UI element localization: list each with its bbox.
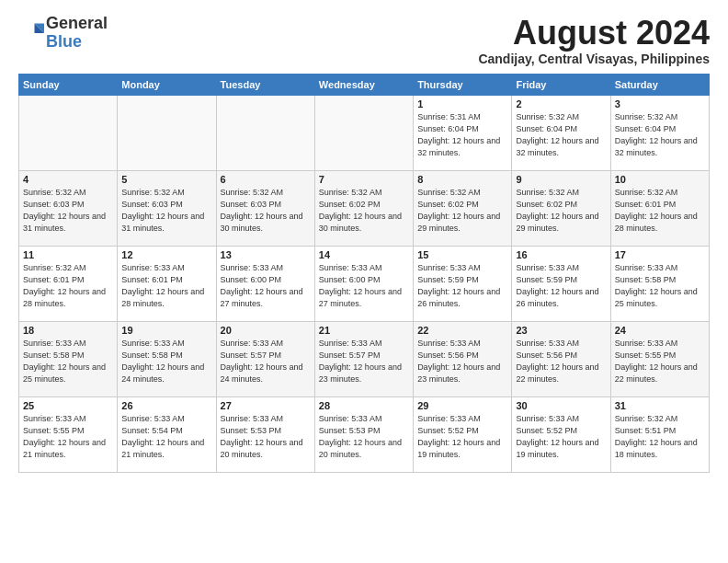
day-info: Sunrise: 5:32 AM Sunset: 6:04 PM Dayligh… bbox=[615, 111, 705, 159]
logo-general-text: General bbox=[46, 14, 108, 32]
cell-week3-day0: 11Sunrise: 5:32 AM Sunset: 6:01 PM Dayli… bbox=[19, 246, 118, 321]
day-number: 13 bbox=[221, 249, 311, 260]
day-number: 4 bbox=[23, 174, 113, 185]
day-info: Sunrise: 5:33 AM Sunset: 5:54 PM Dayligh… bbox=[121, 413, 211, 461]
cell-week2-day5: 9Sunrise: 5:32 AM Sunset: 6:02 PM Daylig… bbox=[512, 170, 610, 246]
day-info: Sunrise: 5:32 AM Sunset: 5:51 PM Dayligh… bbox=[615, 413, 705, 461]
day-number: 8 bbox=[417, 174, 507, 185]
page: General Blue August 2024 Candijay, Centr… bbox=[0, 0, 728, 563]
day-number: 9 bbox=[516, 174, 606, 185]
cell-week5-day1: 26Sunrise: 5:33 AM Sunset: 5:54 PM Dayli… bbox=[118, 396, 216, 472]
cell-week4-day5: 23Sunrise: 5:33 AM Sunset: 5:56 PM Dayli… bbox=[512, 321, 610, 396]
header-friday: Friday bbox=[512, 74, 610, 95]
cell-week2-day6: 10Sunrise: 5:32 AM Sunset: 6:01 PM Dayli… bbox=[610, 170, 709, 246]
day-number: 24 bbox=[615, 325, 705, 336]
day-info: Sunrise: 5:33 AM Sunset: 5:59 PM Dayligh… bbox=[417, 262, 507, 310]
cell-week5-day3: 28Sunrise: 5:33 AM Sunset: 5:53 PM Dayli… bbox=[314, 396, 413, 472]
day-number: 14 bbox=[319, 249, 409, 260]
header: General Blue August 2024 Candijay, Centr… bbox=[18, 15, 710, 66]
day-number: 12 bbox=[121, 249, 211, 260]
week-row-2: 4Sunrise: 5:32 AM Sunset: 6:03 PM Daylig… bbox=[19, 170, 710, 246]
logo-blue-text: Blue bbox=[46, 32, 82, 51]
day-number: 23 bbox=[516, 325, 606, 336]
cell-week2-day3: 7Sunrise: 5:32 AM Sunset: 6:02 PM Daylig… bbox=[314, 170, 413, 246]
month-title: August 2024 bbox=[478, 15, 710, 52]
title-block: August 2024 Candijay, Central Visayas, P… bbox=[478, 15, 710, 66]
cell-week1-day4: 1Sunrise: 5:31 AM Sunset: 6:04 PM Daylig… bbox=[414, 95, 512, 170]
calendar: Sunday Monday Tuesday Wednesday Thursday… bbox=[18, 74, 710, 473]
day-info: Sunrise: 5:33 AM Sunset: 5:52 PM Dayligh… bbox=[516, 413, 606, 461]
day-info: Sunrise: 5:33 AM Sunset: 5:56 PM Dayligh… bbox=[516, 338, 606, 385]
day-info: Sunrise: 5:33 AM Sunset: 6:01 PM Dayligh… bbox=[121, 262, 211, 310]
day-number: 6 bbox=[221, 174, 311, 185]
day-info: Sunrise: 5:32 AM Sunset: 6:02 PM Dayligh… bbox=[417, 187, 507, 235]
day-info: Sunrise: 5:33 AM Sunset: 5:58 PM Dayligh… bbox=[615, 262, 705, 310]
weekday-header-row: Sunday Monday Tuesday Wednesday Thursday… bbox=[19, 74, 710, 95]
day-info: Sunrise: 5:33 AM Sunset: 5:59 PM Dayligh… bbox=[516, 262, 606, 310]
day-number: 16 bbox=[516, 249, 606, 260]
header-tuesday: Tuesday bbox=[216, 74, 314, 95]
day-number: 26 bbox=[121, 400, 211, 411]
day-number: 27 bbox=[221, 400, 311, 411]
day-info: Sunrise: 5:32 AM Sunset: 6:02 PM Dayligh… bbox=[319, 187, 409, 235]
logo-icon bbox=[18, 20, 44, 46]
day-info: Sunrise: 5:33 AM Sunset: 5:57 PM Dayligh… bbox=[221, 338, 311, 385]
day-info: Sunrise: 5:33 AM Sunset: 5:53 PM Dayligh… bbox=[319, 413, 409, 461]
day-number: 18 bbox=[23, 325, 113, 336]
day-number: 29 bbox=[417, 400, 507, 411]
cell-week5-day6: 31Sunrise: 5:32 AM Sunset: 5:51 PM Dayli… bbox=[610, 396, 709, 472]
cell-week5-day5: 30Sunrise: 5:33 AM Sunset: 5:52 PM Dayli… bbox=[512, 396, 610, 472]
cell-week2-day0: 4Sunrise: 5:32 AM Sunset: 6:03 PM Daylig… bbox=[19, 170, 118, 246]
day-info: Sunrise: 5:33 AM Sunset: 6:00 PM Dayligh… bbox=[221, 262, 311, 310]
day-number: 10 bbox=[615, 174, 705, 185]
day-number: 31 bbox=[615, 400, 705, 411]
header-thursday: Thursday bbox=[414, 74, 512, 95]
day-info: Sunrise: 5:32 AM Sunset: 6:03 PM Dayligh… bbox=[221, 187, 311, 235]
day-info: Sunrise: 5:32 AM Sunset: 6:02 PM Dayligh… bbox=[516, 187, 606, 235]
cell-week4-day6: 24Sunrise: 5:33 AM Sunset: 5:55 PM Dayli… bbox=[610, 321, 709, 396]
day-info: Sunrise: 5:33 AM Sunset: 5:55 PM Dayligh… bbox=[23, 413, 113, 461]
day-number: 30 bbox=[516, 400, 606, 411]
cell-week5-day0: 25Sunrise: 5:33 AM Sunset: 5:55 PM Dayli… bbox=[19, 396, 118, 472]
cell-week4-day3: 21Sunrise: 5:33 AM Sunset: 5:57 PM Dayli… bbox=[314, 321, 413, 396]
day-number: 19 bbox=[121, 325, 211, 336]
day-info: Sunrise: 5:32 AM Sunset: 6:03 PM Dayligh… bbox=[23, 187, 113, 235]
day-number: 7 bbox=[319, 174, 409, 185]
cell-week1-day2 bbox=[216, 95, 314, 170]
cell-week4-day4: 22Sunrise: 5:33 AM Sunset: 5:56 PM Dayli… bbox=[414, 321, 512, 396]
cell-week3-day3: 14Sunrise: 5:33 AM Sunset: 6:00 PM Dayli… bbox=[314, 246, 413, 321]
cell-week2-day2: 6Sunrise: 5:32 AM Sunset: 6:03 PM Daylig… bbox=[216, 170, 314, 246]
cell-week4-day2: 20Sunrise: 5:33 AM Sunset: 5:57 PM Dayli… bbox=[216, 321, 314, 396]
cell-week3-day1: 12Sunrise: 5:33 AM Sunset: 6:01 PM Dayli… bbox=[118, 246, 216, 321]
day-info: Sunrise: 5:33 AM Sunset: 5:58 PM Dayligh… bbox=[23, 338, 113, 385]
day-number: 11 bbox=[23, 249, 113, 260]
week-row-5: 25Sunrise: 5:33 AM Sunset: 5:55 PM Dayli… bbox=[19, 396, 710, 472]
day-number: 25 bbox=[23, 400, 113, 411]
day-number: 28 bbox=[319, 400, 409, 411]
cell-week1-day1 bbox=[118, 95, 216, 170]
cell-week2-day1: 5Sunrise: 5:32 AM Sunset: 6:03 PM Daylig… bbox=[118, 170, 216, 246]
logo: General Blue bbox=[18, 15, 108, 52]
day-info: Sunrise: 5:32 AM Sunset: 6:01 PM Dayligh… bbox=[23, 262, 113, 310]
header-monday: Monday bbox=[118, 74, 216, 95]
day-info: Sunrise: 5:33 AM Sunset: 5:53 PM Dayligh… bbox=[221, 413, 311, 461]
cell-week1-day5: 2Sunrise: 5:32 AM Sunset: 6:04 PM Daylig… bbox=[512, 95, 610, 170]
cell-week5-day2: 27Sunrise: 5:33 AM Sunset: 5:53 PM Dayli… bbox=[216, 396, 314, 472]
day-number: 22 bbox=[417, 325, 507, 336]
day-number: 20 bbox=[221, 325, 311, 336]
week-row-4: 18Sunrise: 5:33 AM Sunset: 5:58 PM Dayli… bbox=[19, 321, 710, 396]
day-number: 17 bbox=[615, 249, 705, 260]
week-row-3: 11Sunrise: 5:32 AM Sunset: 6:01 PM Dayli… bbox=[19, 246, 710, 321]
cell-week3-day6: 17Sunrise: 5:33 AM Sunset: 5:58 PM Dayli… bbox=[610, 246, 709, 321]
day-info: Sunrise: 5:33 AM Sunset: 5:52 PM Dayligh… bbox=[417, 413, 507, 461]
day-info: Sunrise: 5:32 AM Sunset: 6:03 PM Dayligh… bbox=[121, 187, 211, 235]
day-info: Sunrise: 5:33 AM Sunset: 5:55 PM Dayligh… bbox=[615, 338, 705, 385]
day-number: 2 bbox=[516, 98, 606, 109]
cell-week3-day4: 15Sunrise: 5:33 AM Sunset: 5:59 PM Dayli… bbox=[414, 246, 512, 321]
week-row-1: 1Sunrise: 5:31 AM Sunset: 6:04 PM Daylig… bbox=[19, 95, 710, 170]
day-info: Sunrise: 5:31 AM Sunset: 6:04 PM Dayligh… bbox=[417, 111, 507, 159]
cell-week4-day0: 18Sunrise: 5:33 AM Sunset: 5:58 PM Dayli… bbox=[19, 321, 118, 396]
day-number: 5 bbox=[121, 174, 211, 185]
day-number: 1 bbox=[417, 98, 507, 109]
header-saturday: Saturday bbox=[610, 74, 709, 95]
